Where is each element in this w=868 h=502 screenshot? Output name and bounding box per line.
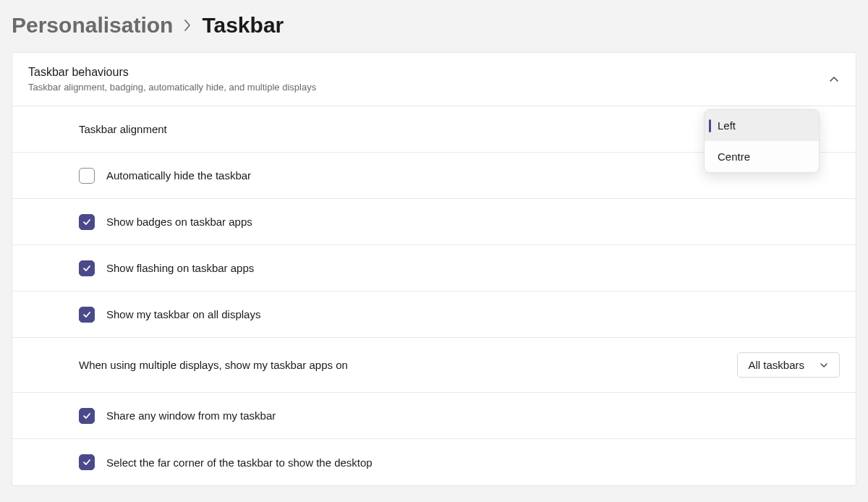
- flashing-label: Show flashing on taskbar apps: [106, 262, 840, 274]
- multidisplay-select-value: All taskbars: [748, 359, 804, 371]
- far-corner-row: Select the far corner of the taskbar to …: [12, 439, 856, 485]
- autohide-checkbox[interactable]: [79, 168, 95, 184]
- breadcrumb: Personalisation Taskbar: [0, 0, 868, 52]
- taskbar-behaviours-panel: Taskbar behaviours Taskbar alignment, ba…: [12, 52, 856, 486]
- badges-label: Show badges on taskbar apps: [106, 216, 840, 228]
- multidisplay-label: When using multiple displays, show my ta…: [79, 359, 737, 371]
- chevron-down-icon: [819, 360, 829, 370]
- all-displays-checkbox[interactable]: [79, 307, 95, 323]
- all-displays-row: Show my taskbar on all displays: [12, 292, 856, 338]
- chevron-up-icon: [828, 74, 840, 85]
- section-title: Taskbar behaviours: [28, 66, 316, 79]
- alignment-option-centre[interactable]: Centre: [705, 141, 819, 172]
- multidisplay-select[interactable]: All taskbars: [737, 352, 840, 378]
- section-header[interactable]: Taskbar behaviours Taskbar alignment, ba…: [12, 53, 856, 106]
- far-corner-checkbox[interactable]: [79, 454, 95, 470]
- breadcrumb-current: Taskbar: [202, 13, 284, 38]
- multidisplay-row: When using multiple displays, show my ta…: [12, 338, 856, 393]
- badges-row: Show badges on taskbar apps: [12, 199, 856, 245]
- share-window-label: Share any window from my taskbar: [106, 409, 840, 422]
- alignment-option-left[interactable]: Left: [705, 110, 819, 141]
- chevron-right-icon: [183, 19, 192, 32]
- flashing-checkbox[interactable]: [79, 260, 95, 276]
- section-subtitle: Taskbar alignment, badging, automaticall…: [28, 82, 316, 93]
- badges-checkbox[interactable]: [79, 214, 95, 230]
- taskbar-alignment-dropdown[interactable]: Left Centre: [704, 109, 820, 173]
- share-window-checkbox[interactable]: [79, 408, 95, 424]
- all-displays-label: Show my taskbar on all displays: [106, 308, 840, 320]
- taskbar-alignment-row: Taskbar alignment Left Centre: [12, 106, 856, 153]
- flashing-row: Show flashing on taskbar apps: [12, 245, 856, 292]
- far-corner-label: Select the far corner of the taskbar to …: [106, 456, 840, 469]
- breadcrumb-parent[interactable]: Personalisation: [12, 13, 173, 38]
- share-window-row: Share any window from my taskbar: [12, 393, 856, 439]
